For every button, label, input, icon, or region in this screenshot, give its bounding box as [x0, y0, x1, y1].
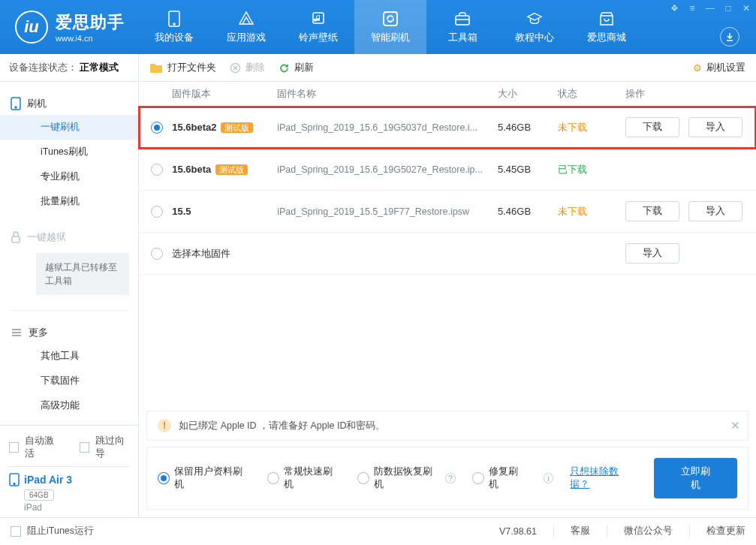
close-icon[interactable]: ✕ — [741, 3, 751, 14]
svg-point-9 — [14, 483, 15, 485]
logo: iu 爱思助手 www.i4.cn — [0, 11, 138, 44]
firmware-row[interactable]: 选择本地固件导入 — [139, 233, 756, 275]
status-footer: 阻止iTunes运行 V7.98.61 客服 微信公众号 检查更新 — [0, 517, 756, 544]
nav-label: 爱思商城 — [587, 32, 626, 44]
row-radio[interactable] — [151, 164, 163, 176]
wechat-link[interactable]: 微信公众号 — [624, 525, 673, 537]
firmware-row[interactable]: 15.6beta测试版iPad_Spring_2019_15.6_19G5027… — [139, 149, 756, 191]
skin-icon[interactable]: ❖ — [669, 3, 679, 14]
nav-tutorials[interactable]: 教程中心 — [498, 0, 571, 54]
sidebar-item-advanced[interactable]: 高级功能 — [0, 393, 138, 418]
info-icon[interactable]: i — [544, 473, 554, 483]
maximize-icon[interactable]: □ — [723, 3, 733, 14]
row-radio[interactable] — [151, 206, 163, 218]
appleid-notice: ! 如已绑定 Apple ID ，请准备好 Apple ID和密码。 ✕ — [146, 411, 748, 441]
flash-settings-button[interactable]: ⚙ 刷机设置 — [693, 61, 745, 74]
svg-rect-2 — [313, 13, 324, 23]
app-subtitle: www.i4.cn — [56, 34, 125, 43]
apps-icon — [238, 11, 255, 27]
svg-rect-3 — [384, 12, 397, 26]
nav-store[interactable]: 爱思商城 — [571, 0, 643, 54]
edu-icon — [526, 11, 543, 27]
download-manager-icon[interactable] — [720, 27, 739, 47]
row-radio[interactable] — [151, 248, 163, 260]
opt-fast[interactable]: 常规快速刷机 — [267, 465, 341, 491]
list-icon — [11, 327, 23, 338]
erase-link[interactable]: 只想抹除数据？ — [570, 465, 637, 491]
delete-button: 删除 — [230, 61, 265, 74]
sidebar-item-other-tools[interactable]: 其他工具 — [0, 344, 138, 369]
svg-point-6 — [15, 107, 17, 108]
tablet-icon — [9, 473, 20, 486]
svg-rect-7 — [12, 236, 20, 242]
import-button[interactable]: 导入 — [688, 201, 742, 221]
import-button[interactable]: 导入 — [625, 243, 679, 263]
svg-rect-4 — [456, 16, 469, 25]
nav-label: 智能刷机 — [371, 32, 410, 44]
opt-repair[interactable]: 修复刷机 — [472, 465, 527, 491]
minimize-icon[interactable]: — — [705, 3, 715, 14]
nav-label: 铃声壁纸 — [299, 32, 338, 44]
import-button[interactable]: 导入 — [688, 117, 742, 137]
logo-icon: iu — [15, 11, 48, 44]
table-header: 固件版本 固件名称 大小 状态 操作 — [139, 82, 756, 107]
store-icon — [598, 11, 615, 27]
update-link[interactable]: 检查更新 — [706, 525, 745, 537]
firmware-row[interactable]: 15.5iPad_Spring_2019_15.5_19F77_Restore.… — [139, 191, 756, 233]
sidebar-item-download-fw[interactable]: 下载固件 — [0, 369, 138, 393]
delete-icon — [230, 62, 241, 74]
main-content: 打开文件夹 删除 刷新 ⚙ 刷机设置 固件版本 固件名称 大小 状态 操作 15… — [139, 54, 756, 517]
folder-icon — [149, 62, 163, 74]
nav-apps[interactable]: 应用游戏 — [210, 0, 282, 54]
row-radio[interactable] — [151, 122, 163, 134]
menu-icon[interactable]: ≡ — [687, 3, 697, 14]
download-button[interactable]: 下载 — [625, 201, 679, 221]
download-button[interactable]: 下载 — [625, 117, 679, 137]
firmware-row[interactable]: 15.6beta2测试版iPad_Spring_2019_15.6_19G503… — [139, 107, 756, 149]
open-folder-button[interactable]: 打开文件夹 — [149, 61, 216, 74]
device-panel: 自动激活 跳过向导 iPad Air 3 64GB iPad — [0, 425, 138, 517]
version-label: V7.98.61 — [499, 526, 537, 537]
toolbox-icon — [454, 11, 471, 27]
device-status: 设备连接状态：正常模式 — [0, 54, 138, 82]
phone-icon — [166, 11, 182, 27]
warn-icon: ! — [158, 419, 171, 432]
close-notice-icon[interactable]: ✕ — [730, 419, 740, 432]
app-header: iu 爱思助手 www.i4.cn 我的设备 应用游戏 铃声壁纸 智能刷机 工具… — [0, 0, 756, 54]
sidebar-item-pro-flash[interactable]: 专业刷机 — [0, 164, 138, 189]
window-controls: ❖ ≡ — □ ✕ — [669, 3, 751, 14]
sidebar-item-oneclick-flash[interactable]: 一键刷机 — [0, 115, 138, 140]
nav-toolbox[interactable]: 工具箱 — [426, 0, 498, 54]
phone-icon — [11, 97, 21, 110]
lock-icon — [11, 231, 21, 243]
nav-flash[interactable]: 智能刷机 — [354, 0, 426, 54]
nav-my-device[interactable]: 我的设备 — [138, 0, 210, 54]
device-name[interactable]: iPad Air 3 — [9, 473, 129, 486]
app-title: 爱思助手 — [56, 11, 125, 34]
refresh-icon — [382, 11, 399, 27]
flash-options: 保留用户资料刷机 常规快速刷机 防数据恢复刷机? 修复刷机 i 只想抹除数据？ … — [146, 447, 748, 510]
beta-badge: 测试版 — [215, 164, 248, 175]
nav-label: 应用游戏 — [227, 32, 266, 44]
top-nav: 我的设备 应用游戏 铃声壁纸 智能刷机 工具箱 教程中心 爱思商城 — [138, 0, 643, 54]
skip-guide-checkbox[interactable] — [80, 442, 89, 453]
svg-point-1 — [173, 23, 175, 25]
refresh-button[interactable]: 刷新 — [279, 61, 314, 74]
music-icon — [310, 11, 327, 27]
sidebar-item-batch-flash[interactable]: 批量刷机 — [0, 189, 138, 214]
nav-label: 我的设备 — [155, 32, 194, 44]
beta-badge: 测试版 — [221, 122, 253, 133]
block-itunes-checkbox[interactable] — [11, 526, 21, 537]
start-flash-button[interactable]: 立即刷机 — [654, 458, 737, 498]
opt-keep-data[interactable]: 保留用户资料刷机 — [158, 465, 251, 491]
auto-activate-checkbox[interactable] — [9, 442, 19, 453]
nav-label: 工具箱 — [448, 32, 477, 44]
sidebar-group-flash[interactable]: 刷机 — [0, 92, 138, 115]
info-icon[interactable]: ? — [445, 473, 456, 483]
sidebar-group-more[interactable]: 更多 — [0, 321, 138, 344]
nav-ringtones[interactable]: 铃声壁纸 — [282, 0, 354, 54]
opt-anti-recover[interactable]: 防数据恢复刷机? — [357, 465, 456, 491]
service-link[interactable]: 客服 — [571, 525, 590, 537]
refresh-icon — [279, 62, 290, 74]
sidebar-item-itunes-flash[interactable]: iTunes刷机 — [0, 140, 138, 164]
